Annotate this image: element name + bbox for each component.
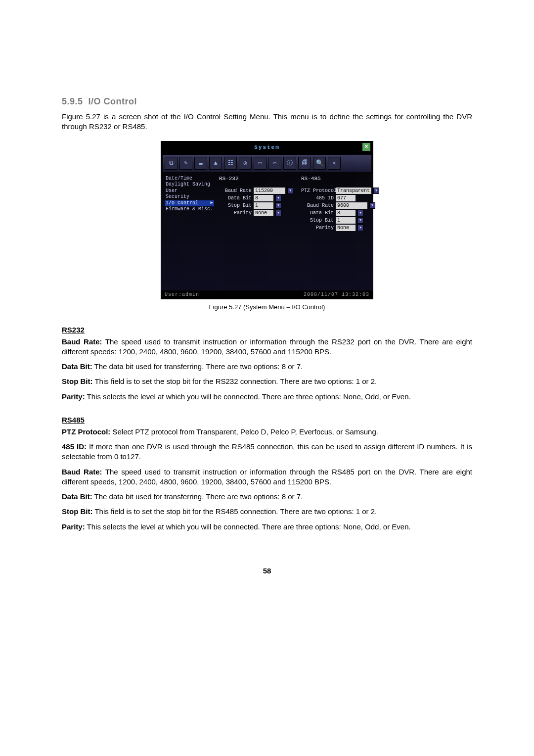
rs232-parity-label: Parity: — [62, 392, 85, 401]
toolbar-icon[interactable]: ⓘ — [283, 157, 296, 170]
toolbar-icon[interactable]: ▲ — [209, 157, 222, 170]
sidebar-item[interactable]: Date/Time — [165, 176, 214, 182]
rs232-column-title: RS-232 — [219, 176, 293, 182]
section-title: I/O Control — [89, 96, 137, 106]
rs485-stop-text: This field is to set the stop bit for th… — [92, 507, 377, 516]
rs485-baud-label: Baud Rate: — [62, 468, 102, 476]
sidebar-item[interactable]: I/O Control▶ — [165, 200, 214, 207]
section-number: 5.9.5 — [62, 96, 83, 106]
settings-sidebar: Date/TimeDaylight SavingUserSecurityI/O … — [165, 176, 214, 232]
rs232-value[interactable]: 1 — [254, 202, 273, 209]
rs485-id-label: 485 ID: — [62, 442, 87, 451]
toolbar: ⧉✎▬▲☷◎▭✂ⓘ🗐🔍✕ — [163, 155, 371, 172]
rs485-label: Data Bit — [301, 210, 334, 216]
rs232-baud-para: Baud Rate: The speed used to transmit in… — [62, 337, 472, 357]
rs485-id-para: 485 ID: If more than one DVR is used thr… — [62, 442, 472, 462]
dropdown-icon[interactable]: ▼ — [287, 188, 293, 194]
rs232-column: RS-232 Baud Rate115200▼Data Bit8▼Stop Bi… — [219, 176, 293, 232]
toolbar-icon[interactable]: 🗐 — [298, 157, 311, 170]
status-user: User:admin — [165, 292, 199, 297]
rs232-label: Baud Rate — [219, 188, 252, 193]
rs485-baud-text: The speed used to transmit instruction o… — [62, 468, 472, 486]
rs485-data-label: Data Bit: — [62, 492, 92, 501]
rs232-data-label: Data Bit: — [62, 362, 92, 371]
rs232-label: Stop Bit — [219, 203, 252, 208]
chevron-right-icon: ▶ — [211, 200, 213, 206]
window-title: System — [254, 144, 280, 150]
toolbar-icon[interactable]: ▬ — [194, 157, 207, 170]
rs485-label: Parity — [301, 225, 334, 231]
dropdown-icon[interactable]: ▼ — [275, 210, 281, 216]
rs232-value[interactable]: 115200 — [254, 188, 285, 194]
sidebar-item[interactable]: Firmware & Misc. — [165, 206, 214, 213]
rs232-value[interactable]: 8 — [254, 195, 273, 201]
rs232-row: Data Bit8▼ — [219, 195, 293, 201]
rs485-parity-para: Parity: This selects the level at which … — [62, 522, 472, 532]
rs232-value[interactable]: None — [254, 210, 273, 216]
rs232-parity-para: Parity: This selects the level at which … — [62, 392, 472, 402]
rs232-row: Baud Rate115200▼ — [219, 188, 293, 194]
rs485-row: Stop Bit1▼ — [301, 217, 379, 224]
toolbar-icon[interactable]: ⧉ — [165, 157, 178, 170]
page-number: 58 — [62, 567, 472, 575]
rs232-data-para: Data Bit: The data bit used for transfer… — [62, 362, 472, 372]
rs485-label: Stop Bit — [301, 218, 334, 223]
rs485-row: ParityNone▼ — [301, 225, 379, 231]
status-bar: User:admin 2008/11/07 13:32:03 — [161, 290, 373, 299]
system-menu-screenshot: System × ⧉✎▬▲☷◎▭✂ⓘ🗐🔍✕ Date/TimeDaylight … — [161, 141, 373, 299]
rs485-data-text: The data bit used for transferring. Ther… — [92, 492, 303, 501]
rs485-row: 485 ID077 — [301, 195, 379, 201]
status-timestamp: 2008/11/07 13:32:03 — [304, 292, 369, 297]
rs485-ptz-label: PTZ Protocol: — [62, 427, 110, 436]
rs485-value[interactable]: None — [336, 225, 356, 231]
window-titlebar: System × — [161, 141, 373, 154]
rs485-label: Baud Rate — [301, 203, 334, 208]
toolbar-icon[interactable]: ✎ — [179, 157, 192, 170]
rs232-label: Data Bit — [219, 195, 252, 201]
rs485-value[interactable]: 1 — [336, 217, 356, 224]
rs485-value[interactable]: 8 — [336, 210, 356, 216]
toolbar-icon[interactable]: ☷ — [224, 157, 237, 170]
rs485-value[interactable]: Transparent — [336, 188, 371, 194]
rs485-row: PTZ ProtocolTransparent▼ — [301, 188, 379, 194]
rs485-parity-label: Parity: — [62, 522, 85, 531]
rs485-label: 485 ID — [301, 195, 334, 201]
dropdown-icon[interactable]: ▼ — [357, 225, 363, 231]
rs232-row: Stop Bit1▼ — [219, 202, 293, 209]
toolbar-icon[interactable]: ✂ — [268, 157, 281, 170]
rs232-data-text: The data bit used for transferring. Ther… — [92, 362, 303, 371]
rs232-row: ParityNone▼ — [219, 210, 293, 216]
intro-paragraph: Figure 5.27 is a screen shot of the I/O … — [62, 112, 472, 132]
rs485-column-title: RS-485 — [301, 176, 379, 182]
rs485-value[interactable]: 9600 — [336, 202, 367, 209]
dropdown-icon[interactable]: ▼ — [369, 202, 375, 209]
rs485-stop-para: Stop Bit: This field is to set the stop … — [62, 507, 472, 517]
rs232-label: Parity — [219, 210, 252, 216]
sidebar-item[interactable]: User — [165, 188, 214, 194]
sidebar-item[interactable]: Security — [165, 194, 214, 200]
dropdown-icon[interactable]: ▼ — [357, 217, 363, 224]
rs232-parity-text: This selects the level at which you will… — [85, 392, 411, 401]
rs485-baud-para: Baud Rate: The speed used to transmit in… — [62, 467, 472, 487]
rs232-baud-text: The speed used to transmit instruction o… — [62, 337, 472, 356]
dropdown-icon[interactable]: ▼ — [373, 188, 379, 194]
rs232-stop-para: Stop Bit: This field is to set the stop … — [62, 377, 472, 386]
toolbar-icon[interactable]: ▭ — [254, 157, 267, 170]
toolbar-icon[interactable]: ◎ — [239, 157, 252, 170]
rs485-row: Baud Rate9600▼ — [301, 202, 379, 209]
rs485-value[interactable]: 077 — [336, 195, 356, 201]
rs485-data-para: Data Bit: The data bit used for transfer… — [62, 492, 472, 502]
rs485-subhead: RS485 — [62, 416, 472, 424]
figure-caption: Figure 5.27 (System Menu – I/O Control) — [62, 303, 472, 311]
sidebar-item[interactable]: Daylight Saving — [165, 182, 214, 188]
rs485-row: Data Bit8▼ — [301, 210, 379, 216]
toolbar-icon[interactable]: ✕ — [328, 157, 341, 170]
section-heading: 5.9.5 I/O Control — [62, 96, 472, 107]
rs485-stop-label: Stop Bit: — [62, 507, 92, 516]
rs232-stop-label: Stop Bit: — [62, 377, 92, 385]
toolbar-icon[interactable]: 🔍 — [313, 157, 326, 170]
close-icon[interactable]: × — [362, 143, 370, 151]
dropdown-icon[interactable]: ▼ — [357, 210, 363, 216]
dropdown-icon[interactable]: ▼ — [275, 202, 281, 209]
dropdown-icon[interactable]: ▼ — [275, 195, 281, 201]
